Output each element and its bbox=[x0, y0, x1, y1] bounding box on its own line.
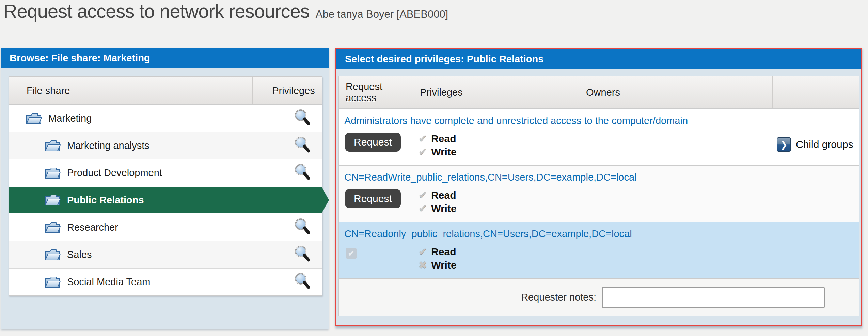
check-icon: ✔ bbox=[419, 133, 427, 144]
privileges-search-icon[interactable] bbox=[293, 108, 310, 126]
check-icon: ✔ bbox=[348, 248, 355, 258]
privilege-label: Write bbox=[431, 259, 456, 271]
page-title: Request access to network resources bbox=[3, 0, 310, 22]
privilege-read: ✔ Read bbox=[419, 133, 579, 144]
privilege-read: ✔ Read bbox=[419, 189, 579, 201]
user-name: Abe tanya Boyer [ABEB000] bbox=[316, 8, 448, 20]
file-share-table: File share Privileges Marketing Marketin… bbox=[9, 76, 322, 296]
tree-item-researcher[interactable]: Researcher bbox=[9, 214, 322, 241]
tree-item-label: Product Development bbox=[67, 167, 162, 179]
requester-notes-label: Requester notes: bbox=[339, 292, 602, 303]
requested-checkbox-checked-disabled[interactable]: ✔ bbox=[346, 248, 357, 259]
tree-item-product-development[interactable]: Product Development bbox=[9, 159, 322, 186]
privilege-write: ✖ Write bbox=[419, 259, 579, 271]
tree-item-label: Public Relations bbox=[67, 195, 144, 206]
privilege-write: ✔ Write bbox=[419, 146, 579, 158]
tree-item-social-media-team[interactable]: Social Media Team bbox=[9, 268, 322, 295]
privileges-search-icon[interactable] bbox=[293, 245, 310, 262]
folder-icon bbox=[45, 139, 61, 152]
privilege-row-administrators: Administrators have complete and unrestr… bbox=[339, 109, 859, 165]
tree-item-marketing-analysts[interactable]: Marketing analysts bbox=[9, 132, 322, 159]
privileges-cell: ✔ Read ✔ Write bbox=[413, 133, 579, 158]
folder-icon bbox=[26, 112, 42, 125]
column-header-file-share: File share bbox=[9, 77, 252, 104]
privileges-search-icon[interactable] bbox=[293, 163, 310, 181]
check-icon: ✔ bbox=[419, 202, 427, 214]
column-header-owners: Owners bbox=[579, 76, 773, 108]
privileges-panel: Select desired privileges: Public Relati… bbox=[335, 48, 862, 326]
request-cell: Request bbox=[339, 133, 413, 152]
folder-icon bbox=[45, 194, 61, 207]
privilege-row-readwrite: CN=ReadWrite_public_relations,CN=Users,D… bbox=[339, 165, 859, 222]
check-icon: ✔ bbox=[419, 189, 427, 201]
column-header-extra bbox=[773, 76, 859, 108]
privilege-write: ✔ Write bbox=[419, 202, 579, 214]
browse-panel: Browse: File share: Marketing File share… bbox=[1, 48, 329, 329]
requester-notes-input[interactable] bbox=[602, 287, 825, 308]
group-link[interactable]: CN=Readonly_public_relations,CN=Users,DC… bbox=[339, 222, 632, 243]
tree-item-public-relations[interactable]: Public Relations bbox=[9, 187, 322, 213]
tree-item-label: Marketing bbox=[48, 113, 92, 124]
child-groups-label: Child groups bbox=[796, 139, 853, 150]
request-button[interactable]: Request bbox=[345, 133, 401, 152]
privilege-label: Write bbox=[431, 203, 456, 214]
privilege-label: Read bbox=[431, 189, 456, 201]
check-icon: ✔ bbox=[419, 146, 427, 158]
child-groups-button[interactable]: ❯ Child groups bbox=[773, 137, 859, 152]
column-separator bbox=[252, 77, 265, 104]
column-header-request-access: Request access bbox=[339, 76, 413, 108]
request-cell: ✔ bbox=[339, 246, 413, 259]
privileges-table-header: Request access Privileges Owners bbox=[339, 76, 859, 109]
privileges-search-icon[interactable] bbox=[293, 136, 310, 153]
privileges-cell: ✔ Read ✔ Write bbox=[413, 189, 579, 214]
tree-item-sales[interactable]: Sales bbox=[9, 241, 322, 268]
privilege-label: Read bbox=[431, 133, 456, 144]
file-share-table-header: File share Privileges bbox=[9, 77, 322, 105]
privilege-label: Write bbox=[431, 146, 456, 158]
group-link[interactable]: CN=ReadWrite_public_relations,CN=Users,D… bbox=[339, 166, 637, 186]
tree-item-marketing[interactable]: Marketing bbox=[9, 105, 322, 132]
folder-icon bbox=[45, 276, 61, 289]
browse-panel-title: Browse: File share: Marketing bbox=[1, 48, 329, 68]
column-header-privileges: Privileges bbox=[265, 77, 322, 104]
group-link[interactable]: Administrators have complete and unrestr… bbox=[339, 109, 688, 130]
privilege-label: Read bbox=[431, 246, 456, 258]
tree-item-label: Marketing analysts bbox=[67, 140, 149, 151]
requester-notes-row: Requester notes: bbox=[339, 278, 859, 316]
folder-icon bbox=[45, 248, 61, 261]
check-icon: ✔ bbox=[419, 246, 427, 258]
privilege-read: ✔ Read bbox=[419, 246, 579, 258]
column-header-privileges: Privileges bbox=[413, 76, 579, 108]
tree-item-label: Social Media Team bbox=[67, 276, 150, 288]
chevron-right-icon: ❯ bbox=[777, 137, 791, 152]
privilege-row-readonly: CN=Readonly_public_relations,CN=Users,DC… bbox=[339, 222, 859, 278]
privileges-search-icon[interactable] bbox=[293, 217, 310, 235]
request-cell: Request bbox=[339, 189, 413, 208]
request-button[interactable]: Request bbox=[345, 189, 401, 208]
cross-icon: ✖ bbox=[419, 259, 427, 271]
privileges-search-icon[interactable] bbox=[293, 272, 310, 290]
privileges-panel-title: Select desired privileges: Public Relati… bbox=[336, 49, 861, 69]
tree-item-label: Sales bbox=[67, 249, 92, 260]
browse-panel-body: File share Privileges Marketing Marketin… bbox=[1, 68, 329, 296]
tree-item-label: Researcher bbox=[67, 222, 118, 233]
folder-icon bbox=[45, 221, 61, 234]
page-header: Request access to network resources Abe … bbox=[3, 0, 448, 22]
folder-icon bbox=[45, 167, 61, 180]
privileges-table: Request access Privileges Owners Adminis… bbox=[338, 76, 859, 316]
privileges-cell: ✔ Read ✖ Write bbox=[413, 246, 579, 271]
